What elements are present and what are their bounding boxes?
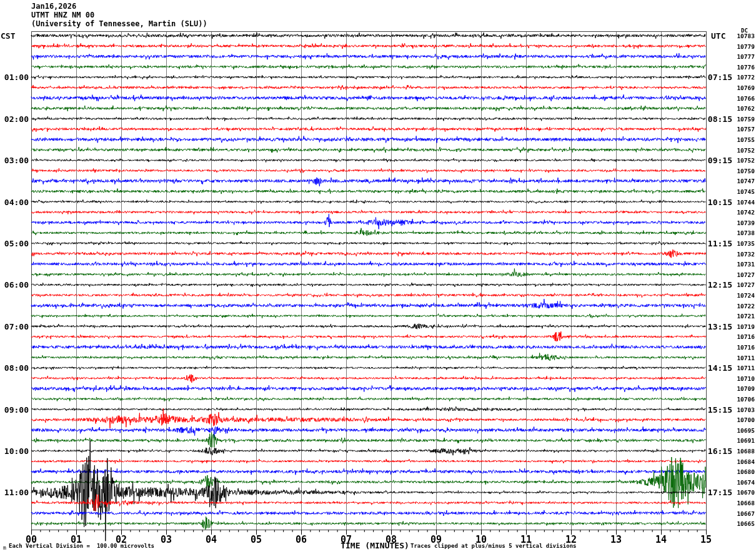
dc-value: 10759 <box>734 116 755 123</box>
dc-value: 10762 <box>734 105 755 112</box>
left-axis-header-cst: CST <box>1 31 15 41</box>
dc-value: 10776 <box>734 64 755 71</box>
dc-value: 10684 <box>734 458 755 465</box>
dc-value: 10711 <box>734 365 755 371</box>
dc-value: 10667 <box>734 510 755 517</box>
minute-label: 06 <box>296 534 307 545</box>
utc-hour-label: 17:15 <box>707 488 732 497</box>
helicorder-page: { "header": { "date": "Jan16,2026", "sta… <box>0 0 756 554</box>
minute-label: 14 <box>655 534 667 545</box>
dc-value: 10722 <box>734 303 755 310</box>
minute-label: 05 <box>251 534 262 545</box>
utc-hour-label: 09:15 <box>707 156 732 165</box>
cst-hour-label: 07:00 <box>0 322 29 331</box>
cst-hour-label: 02:00 <box>0 114 29 124</box>
dc-value: 10710 <box>734 375 755 382</box>
dc-value: 10783 <box>734 33 755 39</box>
dc-value: 10750 <box>734 168 755 174</box>
cst-hour-label: 09:00 <box>0 405 29 415</box>
dc-value: 10757 <box>734 126 755 133</box>
dc-value: 10727 <box>734 271 755 278</box>
cst-hour-label: 03:00 <box>0 156 29 165</box>
dc-value: 10709 <box>734 385 755 392</box>
dc-value: 10732 <box>734 251 755 258</box>
utc-hour-label: 16:15 <box>707 446 732 456</box>
dc-value: 10691 <box>734 437 755 444</box>
dc-value: 10755 <box>734 136 755 143</box>
minute-label: 15 <box>700 534 712 545</box>
utc-hour-label: 11:15 <box>707 239 732 248</box>
title-station-id: UTMT HNZ NM 00 <box>31 11 94 19</box>
dc-value: 10724 <box>734 292 755 299</box>
utc-hour-label: 15:15 <box>707 405 732 415</box>
cst-hour-label: 06:00 <box>0 280 29 290</box>
right-axis-header-utc: UTC <box>711 31 725 41</box>
dc-value: 10727 <box>734 281 755 288</box>
helicorder-plot-canvas <box>0 0 756 554</box>
cst-hour-label: 01:00 <box>0 73 29 82</box>
dc-value: 10777 <box>734 53 755 60</box>
corner-mark: m <box>3 545 6 551</box>
dc-value: 10739 <box>734 219 755 226</box>
dc-value: 10688 <box>734 448 755 455</box>
minute-label: 03 <box>161 534 172 545</box>
dc-value: 10716 <box>734 333 755 340</box>
vertical-scale-note: Each Vertical Division = 100.00 microvol… <box>9 543 154 549</box>
dc-value: 10747 <box>734 178 755 184</box>
dc-value: 10752 <box>734 147 755 154</box>
cst-hour-label: 08:00 <box>0 363 29 373</box>
utc-hour-label: 10:15 <box>707 198 732 207</box>
x-axis-title: TIME (MINUTES) <box>341 541 409 550</box>
dc-value: 10769 <box>734 84 755 91</box>
dc-value: 10735 <box>734 240 755 247</box>
utc-hour-label: 12:15 <box>707 280 732 290</box>
dc-value: 10772 <box>734 74 755 81</box>
cst-hour-label: 04:00 <box>0 198 29 207</box>
dc-value: 10742 <box>734 209 755 216</box>
dc-value: 10744 <box>734 199 755 206</box>
dc-value: 10711 <box>734 355 755 361</box>
title-date: Jan16,2026 <box>31 2 76 11</box>
dc-value: 10674 <box>734 479 755 486</box>
dc-value: 10731 <box>734 261 755 268</box>
dc-value: 10670 <box>734 489 755 496</box>
cst-hour-label: 11:00 <box>0 488 29 497</box>
cst-hour-label: 05:00 <box>0 239 29 248</box>
dc-value: 10738 <box>734 229 755 236</box>
utc-hour-label: 14:15 <box>707 363 732 373</box>
dc-value: 10745 <box>734 188 755 195</box>
dc-value: 10668 <box>734 500 755 506</box>
dc-value: 10716 <box>734 344 755 351</box>
dc-value: 10721 <box>734 313 755 320</box>
dc-value: 10719 <box>734 323 755 330</box>
dc-value: 10703 <box>734 406 755 413</box>
clip-note: Traces clipped at plus/minus 5 vertical … <box>410 543 577 549</box>
dc-value: 10665 <box>734 520 755 527</box>
dc-value: 10752 <box>734 157 755 164</box>
title-affiliation: (University of Tennessee, Martin (SLU)) <box>31 19 207 28</box>
dc-value: 10695 <box>734 427 755 434</box>
cst-hour-label: 10:00 <box>0 446 29 456</box>
minute-label: 13 <box>610 534 622 545</box>
minute-label: 04 <box>206 534 217 545</box>
utc-hour-label: 08:15 <box>707 114 732 124</box>
dc-value: 10680 <box>734 468 755 475</box>
dc-value: 10766 <box>734 95 755 102</box>
utc-hour-label: 13:15 <box>707 322 732 331</box>
dc-value: 10706 <box>734 396 755 403</box>
dc-value: 10700 <box>734 416 755 423</box>
dc-value: 10779 <box>734 43 755 50</box>
utc-hour-label: 07:15 <box>707 73 732 82</box>
